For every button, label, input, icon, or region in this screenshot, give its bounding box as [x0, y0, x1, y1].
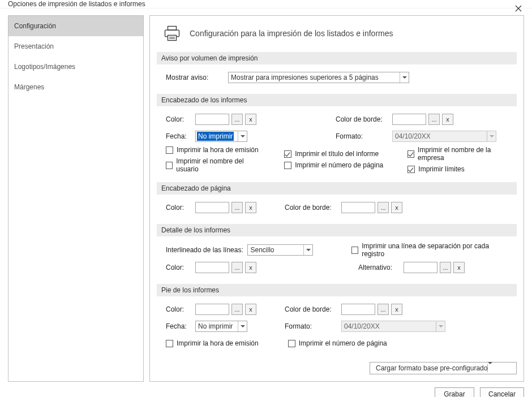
svg-rect-0	[168, 27, 177, 31]
chk-titulo-informe[interactable]: Imprimir el título del informe	[284, 150, 385, 158]
label-color-borde: Color de borde:	[285, 305, 341, 313]
pick-color-borde-button[interactable]: ...	[377, 202, 389, 213]
section-header-detalle: Detalle de los informes	[157, 224, 517, 236]
color-alt-input-detail[interactable]	[404, 262, 437, 273]
combo-formato-footer: 04/10/20XX	[341, 321, 445, 332]
sidebar-item-configuracion[interactable]: Configuración	[8, 16, 143, 36]
save-button[interactable]: Grabar	[435, 387, 474, 397]
color-borde-input-page-header[interactable]	[341, 202, 375, 213]
pick-alt-color-button[interactable]: ...	[440, 262, 451, 273]
chk-nombre-empresa[interactable]: Imprimir el nombre de la empresa	[407, 146, 508, 162]
chk-hora-emision[interactable]: Imprimir la hora de emisión	[166, 146, 261, 154]
sidebar-item-margenes[interactable]: Márgenes	[8, 77, 143, 97]
label-color-borde: Color de borde:	[336, 115, 392, 123]
section-header-pie: Pie de los informes	[157, 284, 517, 296]
pick-color-button[interactable]: ...	[231, 304, 243, 315]
sidebar-item-label: Logotipos/Imágenes	[14, 63, 75, 71]
label-color: Color:	[166, 305, 195, 313]
combo-value: Mostrar para impresiones superiores a 5 …	[231, 74, 379, 81]
content-panel: Configuración para la impresión de los l…	[149, 15, 524, 382]
label-formato: Formato:	[336, 132, 392, 140]
combo-value: No imprimir	[197, 132, 234, 141]
clear-color-borde-button[interactable]: x	[442, 114, 453, 125]
label-color: Color:	[166, 115, 195, 123]
sidebar: Configuración Presentación Logotipos/Imá…	[8, 15, 144, 382]
color-input-page-header[interactable]	[195, 202, 229, 213]
chevron-down-icon	[436, 321, 445, 331]
svg-rect-2	[168, 35, 177, 40]
label-formato: Formato:	[285, 322, 341, 330]
clear-color-button[interactable]: x	[245, 114, 256, 125]
label-mostrar-aviso: Mostrar aviso:	[166, 74, 228, 81]
color-borde-input-footer[interactable]	[341, 304, 375, 315]
chevron-down-icon	[400, 72, 409, 83]
combo-value: 04/10/20XX	[395, 132, 431, 140]
pick-color-button[interactable]: ...	[231, 114, 243, 125]
clear-color-borde-button[interactable]: x	[391, 202, 402, 213]
combo-value: No imprimir	[198, 322, 233, 330]
section-header-encabezado-pagina: Encabezado de página	[157, 182, 517, 195]
color-input-detail[interactable]	[195, 262, 229, 273]
chk-numero-pagina-footer[interactable]: Imprimir el número de página	[288, 339, 387, 347]
color-input-header[interactable]	[195, 114, 229, 125]
label-fecha: Fecha:	[166, 322, 195, 330]
printer-icon	[162, 25, 182, 42]
combo-value: 04/10/20XX	[344, 322, 380, 330]
chevron-down-icon	[303, 245, 312, 255]
color-borde-input-header[interactable]	[392, 114, 426, 125]
sidebar-item-presentacion[interactable]: Presentación	[8, 36, 143, 57]
sidebar-item-label: Presentación	[14, 42, 54, 50]
label-alternativo: Alternativo:	[358, 264, 404, 271]
combo-fecha-footer[interactable]: No imprimir	[195, 321, 247, 332]
combo-fecha-header[interactable]: No imprimir	[195, 131, 247, 142]
label-fecha: Fecha:	[166, 132, 195, 140]
pick-color-borde-button[interactable]: ...	[377, 304, 389, 315]
pick-color-borde-button[interactable]: ...	[428, 114, 440, 125]
label-color: Color:	[166, 264, 195, 271]
pick-color-button[interactable]: ...	[231, 262, 243, 273]
combo-cargar-formato[interactable]: Cargar formato base pre-configurado	[370, 362, 517, 374]
clear-color-button[interactable]: x	[245, 304, 256, 315]
label-color-borde: Color de borde:	[285, 204, 341, 212]
clear-alt-color-button[interactable]: x	[453, 262, 465, 273]
chk-linea-separacion[interactable]: Imprimir una línea de separación por cad…	[351, 242, 508, 258]
combo-value: Sencillo	[250, 246, 274, 254]
combo-interlineado[interactable]: Sencillo	[247, 244, 313, 256]
clear-color-button[interactable]: x	[245, 202, 256, 213]
clear-color-button[interactable]: x	[245, 262, 256, 273]
chevron-down-icon	[238, 131, 247, 141]
chk-limites[interactable]: Imprimir límites	[407, 165, 508, 173]
pick-color-button[interactable]: ...	[231, 202, 243, 213]
chevron-down-icon	[238, 321, 247, 331]
cancel-button[interactable]: Cancelar	[480, 387, 524, 397]
combo-mostrar-aviso[interactable]: Mostrar para impresiones superiores a 5 …	[228, 72, 409, 83]
chk-numero-pagina[interactable]: Imprimir el número de página	[284, 161, 385, 169]
sidebar-item-label: Márgenes	[14, 83, 44, 91]
combo-formato-header: 04/10/20XX	[392, 131, 496, 142]
window-title: Opciones de impresión de listados e info…	[8, 0, 145, 8]
section-header-aviso: Aviso por volumen de impresión	[157, 52, 517, 64]
close-icon[interactable]	[510, 3, 526, 15]
chk-nombre-usuario[interactable]: Imprimir el nombre del usuario	[166, 157, 261, 173]
color-input-footer[interactable]	[195, 304, 229, 315]
sidebar-item-label: Configuración	[14, 22, 56, 30]
chevron-down-icon	[487, 364, 492, 372]
chevron-down-icon	[487, 131, 496, 141]
clear-color-borde-button[interactable]: x	[391, 304, 402, 315]
page-title: Configuración para la impresión de los l…	[190, 29, 393, 38]
sidebar-item-logotipos[interactable]: Logotipos/Imágenes	[8, 57, 143, 77]
combo-value: Cargar formato base pre-configurado	[376, 364, 487, 372]
chk-hora-emision-footer[interactable]: Imprimir la hora de emisión	[166, 339, 259, 347]
label-color: Color:	[166, 204, 195, 212]
section-header-encabezado-informes: Encabezado de los informes	[157, 94, 517, 106]
label-interlineado: Interlineado de las líneas:	[166, 246, 247, 254]
